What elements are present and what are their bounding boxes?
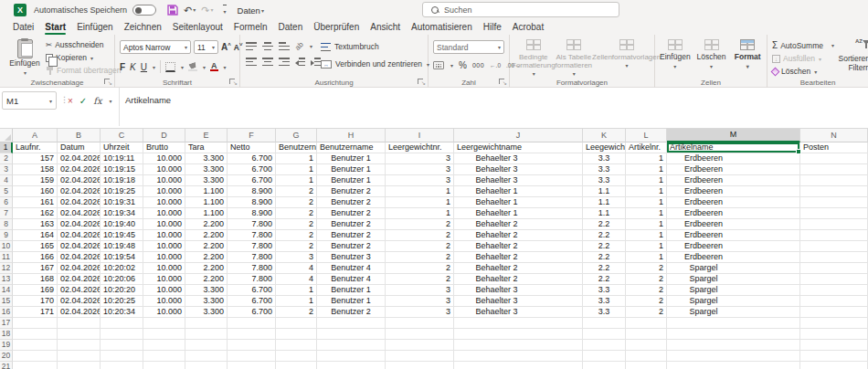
cell-F3[interactable]: 6.700 (228, 164, 276, 175)
cell-I1[interactable]: Leergewichtnr. (386, 142, 454, 153)
cell-J18[interactable] (454, 329, 583, 340)
clear-button[interactable]: Löschen ▾ (772, 67, 834, 76)
cell-H9[interactable]: Benutzer 2 (317, 230, 386, 241)
cell-H15[interactable]: Benutzer 1 (317, 296, 386, 307)
cell-G12[interactable]: 4 (276, 263, 317, 274)
cell-H5[interactable]: Benutzer 2 (317, 186, 386, 197)
cell-H11[interactable]: Benutzer 3 (317, 252, 386, 263)
cell-J4[interactable]: Behaelter 3 (454, 175, 583, 186)
cell-M3[interactable]: Erdbeeren (667, 164, 800, 175)
cell-G4[interactable]: 1 (276, 175, 317, 186)
cell-M8[interactable]: Erdbeeren (667, 219, 800, 230)
cell-G17[interactable] (276, 318, 317, 329)
chevron-down-icon[interactable]: ▾ (211, 7, 214, 13)
cell-B6[interactable]: 02.04.2026 (58, 197, 101, 208)
row-header-6[interactable]: 6 (0, 197, 13, 208)
cell-H2[interactable]: Benutzer 1 (317, 153, 386, 164)
number-format-select[interactable]: Standard▾ (433, 40, 504, 54)
cell-K11[interactable]: 2.2 (583, 252, 626, 263)
cell-E16[interactable]: 3.300 (185, 307, 228, 318)
cell-H1[interactable]: Benutzername (317, 142, 386, 153)
cell-F13[interactable]: 7.800 (228, 274, 276, 285)
customize-toolbar-icon[interactable]: ▾ (223, 5, 227, 16)
select-all-corner[interactable] (0, 129, 13, 142)
cell-N11[interactable] (800, 252, 868, 263)
align-top-icon[interactable] (246, 42, 257, 50)
cell-D4[interactable]: 10.000 (143, 175, 185, 186)
cell-C2[interactable]: 10:19:11 (101, 153, 143, 164)
cell-H18[interactable] (317, 329, 386, 340)
cell-F9[interactable]: 7.800 (228, 230, 276, 241)
cell-L10[interactable]: 1 (626, 241, 667, 252)
cell-M21[interactable] (667, 362, 800, 369)
cell-N15[interactable] (800, 296, 868, 307)
cell-E4[interactable]: 3.300 (185, 175, 228, 186)
cell-B4[interactable]: 02.04.2026 (58, 175, 101, 186)
cell-K13[interactable]: 2.2 (583, 274, 626, 285)
chevron-down-icon[interactable]: ▾ (310, 43, 312, 49)
cell-F14[interactable]: 6.700 (228, 285, 276, 296)
formula-content[interactable]: Artikelname (125, 95, 171, 105)
cell-F2[interactable]: 6.700 (228, 153, 276, 164)
cell-H20[interactable] (317, 351, 386, 362)
cell-M19[interactable] (667, 340, 800, 351)
font-size-select[interactable]: 11▾ (194, 40, 218, 54)
font-color-icon[interactable]: A (210, 62, 218, 71)
tab-formeln[interactable]: Formeln (228, 21, 273, 35)
cell-J16[interactable]: Behaelter 3 (454, 307, 583, 318)
cell-K17[interactable] (583, 318, 626, 329)
align-bottom-icon[interactable] (279, 42, 290, 50)
cell-N2[interactable] (800, 153, 868, 164)
cell-A11[interactable]: 166 (13, 252, 58, 263)
cell-K7[interactable]: 1.1 (583, 208, 626, 219)
cell-J15[interactable]: Behaelter 3 (454, 296, 583, 307)
cell-M2[interactable]: Erdbeeren (667, 153, 800, 164)
cell-B14[interactable]: 02.04.2026 (58, 285, 101, 296)
insert-cells-button[interactable]: Einfügen ▾ (659, 39, 692, 71)
cell-A12[interactable]: 167 (13, 263, 58, 274)
cell-G16[interactable]: 2 (276, 307, 317, 318)
cell-C13[interactable]: 10:20:06 (101, 274, 143, 285)
cell-L3[interactable]: 1 (626, 164, 667, 175)
increase-indent-icon[interactable] (311, 58, 321, 66)
cell-L15[interactable]: 2 (626, 296, 667, 307)
cell-G15[interactable]: 1 (276, 296, 317, 307)
cell-D8[interactable]: 10.000 (143, 219, 185, 230)
cell-J14[interactable]: Behaelter 3 (454, 285, 583, 296)
tab-hilfe[interactable]: Hilfe (478, 21, 507, 35)
cell-H6[interactable]: Benutzer 2 (317, 197, 386, 208)
cell-K19[interactable] (583, 340, 626, 351)
cell-A15[interactable]: 170 (13, 296, 58, 307)
column-header-B[interactable]: B (58, 129, 101, 142)
cell-K12[interactable]: 2.2 (583, 263, 626, 274)
cell-K15[interactable]: 3.3 (583, 296, 626, 307)
cell-G20[interactable] (276, 351, 317, 362)
row-header-20[interactable]: 20 (0, 351, 13, 362)
cell-C16[interactable]: 10:20:34 (101, 307, 143, 318)
column-header-G[interactable]: G (276, 129, 317, 142)
cell-B1[interactable]: Datum (58, 142, 101, 153)
cell-D5[interactable]: 10.000 (143, 186, 185, 197)
column-header-N[interactable]: N (800, 129, 868, 142)
cell-J11[interactable]: Behaelter 2 (454, 252, 583, 263)
cell-N12[interactable] (800, 263, 868, 274)
bold-button[interactable]: F (120, 62, 125, 72)
cell-H4[interactable]: Benutzer 1 (317, 175, 386, 186)
cell-D14[interactable]: 10.000 (143, 285, 185, 296)
cell-G7[interactable]: 2 (276, 208, 317, 219)
cell-M13[interactable]: Spargel (667, 274, 800, 285)
cell-H8[interactable]: Benutzer 2 (317, 219, 386, 230)
cell-N8[interactable] (800, 219, 868, 230)
cell-E19[interactable] (185, 340, 228, 351)
cell-B7[interactable]: 02.04.2026 (58, 208, 101, 219)
decrease-indent-icon[interactable] (295, 58, 305, 66)
cell-K3[interactable]: 3.3 (583, 164, 626, 175)
font-name-select[interactable]: Aptos Narrow▾ (120, 40, 191, 54)
cell-D16[interactable]: 10.000 (143, 307, 185, 318)
cell-C8[interactable]: 10:19:40 (101, 219, 143, 230)
cell-K21[interactable] (583, 362, 626, 369)
cell-L4[interactable]: 1 (626, 175, 667, 186)
row-header-3[interactable]: 3 (0, 164, 13, 175)
cell-A18[interactable] (13, 329, 58, 340)
column-header-K[interactable]: K (583, 129, 626, 142)
